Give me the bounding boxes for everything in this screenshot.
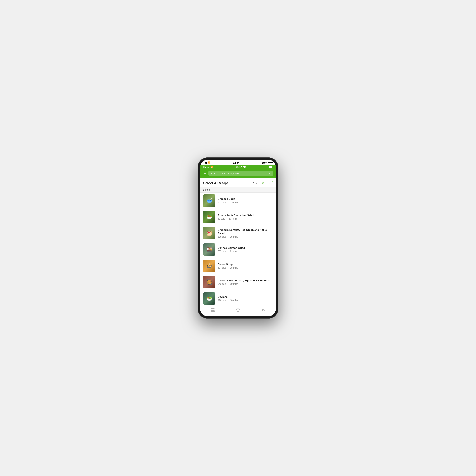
recipe-time: 25 mins (230, 236, 238, 238)
recipe-cals: 69 cals (218, 218, 225, 220)
recipe-info: Broccoli Soup 203 cals | 15 mins (218, 197, 273, 204)
recipe-meta: 407 cals | 18 mins (218, 266, 273, 269)
food-emoji: 🥣 (203, 194, 215, 207)
recipe-item[interactable]: 🥘 Carrot, Sweet Potato, Egg and Bacon Ha… (200, 274, 276, 290)
svg-rect-2 (211, 311, 214, 312)
phone-frame: 📶 12:34 100% Carrier 📶 11:17 AM ← (198, 157, 278, 319)
section-label: Lunch (203, 188, 210, 191)
search-placeholder: Search by title or ingredient (210, 172, 241, 175)
recipe-name: Broccolini & Cucumber Salad (218, 214, 273, 217)
carrier-battery-icon (269, 166, 273, 168)
filter-dropdown-button[interactable]: On ... ▼ (260, 181, 273, 186)
meta-separator: | (226, 218, 227, 220)
recipe-meta: 203 cals | 15 mins (218, 201, 273, 204)
recipe-name: Ceviche (218, 295, 273, 299)
recipe-thumbnail: 🥗 (203, 292, 215, 305)
recipe-time: 15 mins (230, 201, 238, 204)
recipe-cals: 275 cals (218, 236, 226, 238)
meta-separator: | (228, 266, 228, 269)
nav-back-button[interactable] (258, 307, 269, 313)
recipe-time: 8 mins (230, 250, 237, 253)
page-title: Select A Recipe (203, 181, 229, 185)
chevron-down-icon: ▼ (269, 182, 271, 184)
recipe-item[interactable]: 🥗 Broccolini & Cucumber Salad 69 cals | … (200, 209, 276, 225)
menu-icon (210, 308, 215, 312)
recipe-name: Broccoli Soup (218, 197, 273, 201)
search-bar: ← Search by title or ingredient ✕ (200, 169, 276, 178)
battery-icon (268, 162, 272, 164)
recipe-info: Broccolini & Cucumber Salad 69 cals | 10… (218, 214, 273, 220)
food-emoji: 🍲 (203, 260, 215, 272)
filter-area: Filter On ... ▼ (253, 181, 273, 186)
recipe-meta: 69 cals | 10 mins (218, 218, 273, 220)
recipe-thumbnail: 🥙 (203, 227, 215, 239)
recipe-item[interactable]: 🍲 Carrot Soup 407 cals | 18 mins (200, 258, 276, 274)
recipe-meta: 643 cals | 20 mins (218, 283, 273, 285)
nav-menu-button[interactable] (207, 307, 218, 313)
recipe-name: Carrot, Sweet Potato, Egg and Bacon Hash (218, 279, 273, 282)
food-emoji: 🍱 (203, 243, 215, 256)
meta-separator: | (228, 299, 228, 302)
recipe-time: 18 mins (230, 266, 238, 269)
recipe-item[interactable]: 🥣 Broccoli Soup 203 cals | 15 mins (200, 192, 276, 209)
food-emoji: 🥗 (203, 292, 215, 305)
recipe-name: Carrot Soup (218, 263, 273, 266)
food-emoji: 🥙 (203, 227, 215, 239)
recipe-info: Carrot Soup 407 cals | 18 mins (218, 263, 273, 269)
recipe-info: Canned Salmon Salad 535 cals | 8 mins (218, 246, 273, 253)
recipe-cals: 370 cals (218, 299, 226, 302)
recipe-cals: 203 cals (218, 201, 226, 204)
search-clear-button[interactable]: ✕ (269, 172, 271, 175)
meta-separator: | (228, 201, 228, 204)
recipe-info: Carrot, Sweet Potato, Egg and Bacon Hash… (218, 279, 273, 286)
recipe-cals: 643 cals (218, 283, 226, 285)
recipe-meta: 535 cals | 8 mins (218, 250, 273, 253)
food-emoji: 🥘 (203, 276, 215, 288)
back-nav-icon (261, 308, 266, 312)
phone-screen: 📶 12:34 100% Carrier 📶 11:17 AM ← (200, 160, 276, 316)
recipe-item[interactable]: 🥗 Ceviche 370 cals | 10 mins (200, 290, 276, 305)
page-header: Select A Recipe Filter On ... ▼ (200, 178, 276, 187)
carrier-name: Carrier (203, 166, 210, 168)
cellular-signal-icon (204, 162, 207, 164)
recipe-meta: 275 cals | 25 mins (218, 236, 273, 238)
home-icon (236, 308, 240, 312)
recipe-cals: 535 cals (218, 250, 226, 253)
recipe-time: 20 mins (230, 283, 238, 285)
carrier-status-bar: Carrier 📶 11:17 AM (200, 165, 276, 169)
carrier-time: 11:17 AM (236, 166, 246, 168)
filter-value: On ... (262, 182, 268, 185)
recipe-time: 10 mins (230, 299, 238, 302)
system-status-bar: 📶 12:34 100% (200, 160, 276, 165)
carrier-wifi-icon: 📶 (210, 166, 213, 168)
recipe-list[interactable]: 🥣 Broccoli Soup 203 cals | 15 mins 🥗 Bro… (200, 192, 276, 305)
recipe-thumbnail: 🍲 (203, 260, 215, 272)
meta-separator: | (228, 283, 228, 285)
wifi-icon: 📶 (207, 161, 210, 164)
recipe-cals: 407 cals (218, 266, 226, 269)
filter-label: Filter (253, 182, 258, 185)
system-time: 12:34 (233, 161, 239, 164)
food-emoji: 🥗 (203, 211, 215, 223)
svg-rect-1 (211, 310, 214, 310)
recipe-meta: 370 cals | 10 mins (218, 299, 273, 302)
meta-separator: | (228, 236, 228, 238)
recipe-item[interactable]: 🍱 Canned Salmon Salad 535 cals | 8 mins (200, 241, 276, 258)
bottom-navigation (200, 305, 276, 316)
recipe-thumbnail: 🍱 (203, 243, 215, 256)
battery-percent: 100% (262, 162, 267, 164)
recipe-name: Brussels Sprouts, Red Onion and Apple Sa… (218, 228, 273, 235)
back-button[interactable]: ← (203, 171, 206, 175)
recipe-thumbnail: 🥗 (203, 211, 215, 223)
svg-rect-0 (211, 309, 214, 309)
carrier-info: Carrier 📶 (203, 166, 213, 168)
nav-home-button[interactable] (233, 307, 243, 313)
recipe-time: 10 mins (229, 218, 237, 220)
battery-area: 100% (262, 162, 272, 164)
recipe-thumbnail: 🥣 (203, 194, 215, 207)
meta-separator: | (228, 250, 228, 253)
recipe-name: Canned Salmon Salad (218, 246, 273, 250)
recipe-item[interactable]: 🥙 Brussels Sprouts, Red Onion and Apple … (200, 225, 276, 241)
search-input-container[interactable]: Search by title or ingredient ✕ (208, 171, 273, 176)
section-header-lunch: Lunch (200, 187, 276, 192)
